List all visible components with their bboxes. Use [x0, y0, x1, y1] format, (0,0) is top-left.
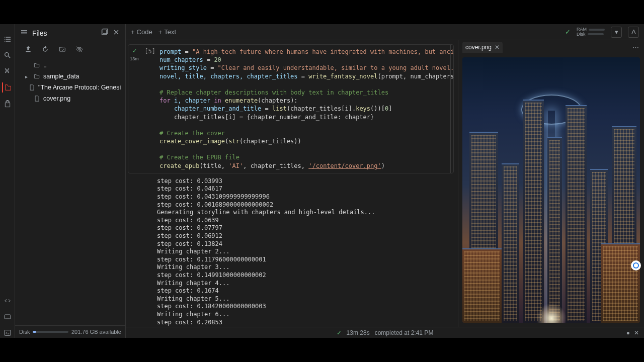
- disk-bar: [588, 33, 604, 35]
- chevron-right-icon: ▸: [25, 74, 30, 79]
- glow: [536, 303, 567, 323]
- svg-rect-1: [5, 330, 11, 336]
- main-area: +Code +Text ✓ RAM Disk ▾ ᐱ ✓ 13m [5] pro…: [126, 24, 644, 338]
- preview-tab-label: cover.png: [465, 44, 492, 51]
- preview-image: [462, 57, 640, 323]
- files-panel: Files .. ▸ sample_data: [15, 24, 126, 338]
- files-toolbar: [15, 42, 125, 59]
- folder-up-icon: [33, 61, 40, 69]
- variables-icon[interactable]: [3, 66, 13, 76]
- add-code-button[interactable]: +Code: [131, 28, 152, 36]
- connected-check-icon: ✓: [565, 28, 571, 36]
- files-header: Files: [15, 24, 125, 42]
- folder-icon: [33, 72, 40, 80]
- mount-drive-icon[interactable]: [57, 45, 67, 54]
- check-icon: ✓: [337, 329, 342, 336]
- cell-output: step cost: 0.03993 step cost: 0.04617 st…: [126, 175, 458, 327]
- files-icon[interactable]: [2, 82, 12, 93]
- assistant-badge[interactable]: [631, 260, 641, 270]
- plus-icon: +: [131, 28, 135, 36]
- file-tree: .. ▸ sample_data "The Arcane Protocol: G…: [15, 59, 125, 325]
- terminal-icon[interactable]: [3, 328, 13, 338]
- app-frame: Files .. ▸ sample_data: [0, 24, 644, 338]
- files-title: Files: [32, 29, 96, 37]
- status-completed: completed at 2:41 PM: [375, 329, 434, 336]
- check-icon: ✓: [132, 48, 137, 54]
- toc-icon[interactable]: [3, 34, 13, 44]
- hamburger-icon[interactable]: [20, 28, 28, 38]
- close-panel-icon[interactable]: [112, 28, 120, 38]
- ruler-80: [450, 45, 451, 173]
- file-item-parent[interactable]: ..: [19, 60, 121, 71]
- cell-time: 13m: [130, 56, 139, 61]
- disk-label: Disk: [19, 329, 30, 335]
- preview-panel: cover.png ✕ ⋯: [458, 40, 644, 327]
- code-snippets-icon[interactable]: [3, 296, 13, 306]
- collapse-button[interactable]: ᐱ: [628, 27, 639, 38]
- disk-status: Disk 201.76 GB available: [15, 325, 125, 338]
- preview-tab[interactable]: cover.png ✕: [462, 42, 503, 53]
- add-text-button[interactable]: +Text: [158, 28, 176, 36]
- status-duration: 13m 28s: [347, 329, 370, 336]
- file-icon: [28, 83, 35, 92]
- cell-gutter: ✓ 13m: [128, 45, 140, 173]
- file-label: "The Arcane Protocol: Genesis of T...: [38, 84, 121, 91]
- code-body[interactable]: prompt = "A high-tech future where human…: [157, 45, 453, 173]
- file-item-epub[interactable]: "The Arcane Protocol: Genesis of T...: [19, 82, 121, 93]
- new-window-icon[interactable]: [100, 28, 108, 38]
- file-item-folder[interactable]: ▸ sample_data: [19, 71, 121, 82]
- file-icon: [33, 95, 40, 103]
- status-dot-icon[interactable]: ●: [626, 329, 630, 336]
- file-label: sample_data: [43, 73, 79, 80]
- status-bar: ✓ 13m 28s completed at 2:41 PM ● ✕: [126, 327, 644, 338]
- more-icon[interactable]: ⋯: [632, 44, 640, 51]
- close-icon[interactable]: ✕: [495, 44, 500, 51]
- left-rail: [0, 24, 15, 338]
- code-cell[interactable]: ✓ 13m [5] prompt = "A high-tech future w…: [128, 44, 454, 173]
- status-close-icon[interactable]: ✕: [634, 329, 639, 336]
- secrets-icon[interactable]: [3, 99, 13, 109]
- disk-progress: [33, 331, 68, 333]
- svg-rect-4: [26, 51, 30, 52]
- file-item-cover[interactable]: cover.png: [19, 93, 121, 104]
- refresh-icon[interactable]: [40, 45, 50, 54]
- resource-menu-button[interactable]: ▾: [611, 27, 622, 38]
- cell-prompt: [5]: [140, 45, 157, 173]
- notebook-row: ✓ 13m [5] prompt = "A high-tech future w…: [126, 40, 644, 327]
- plus-icon: +: [158, 28, 163, 36]
- file-label: cover.png: [43, 95, 70, 102]
- show-hidden-icon[interactable]: [74, 45, 85, 54]
- svg-rect-3: [103, 29, 107, 33]
- upload-icon[interactable]: [23, 45, 33, 54]
- ram-bar: [589, 29, 605, 31]
- svg-rect-2: [102, 30, 106, 34]
- svg-rect-0: [5, 315, 11, 319]
- command-palette-icon[interactable]: [3, 312, 13, 322]
- resource-meter[interactable]: RAM Disk: [577, 27, 605, 37]
- toolbar: +Code +Text ✓ RAM Disk ▾ ᐱ: [126, 24, 644, 40]
- preview-tabs: cover.png ✕ ⋯: [458, 40, 644, 54]
- file-label: ..: [43, 62, 47, 69]
- search-icon[interactable]: [3, 50, 13, 60]
- disk-available: 201.76 GB available: [71, 329, 121, 335]
- notebook[interactable]: ✓ 13m [5] prompt = "A high-tech future w…: [126, 40, 458, 327]
